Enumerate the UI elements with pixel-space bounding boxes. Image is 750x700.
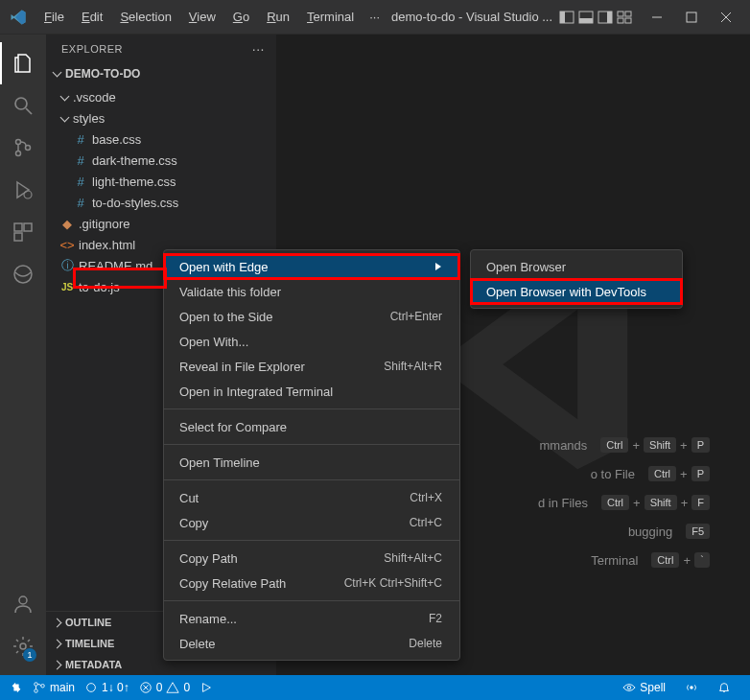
file-label: .gitignore: [79, 217, 129, 231]
ctx-item-label: Open Browser with DevTools: [486, 285, 646, 299]
menu-edit[interactable]: Edit: [74, 6, 110, 28]
broadcast-icon: [685, 681, 698, 694]
section-root[interactable]: DEMO-TO-DO: [46, 63, 276, 84]
file-dark-theme-css[interactable]: # dark-theme.css: [46, 150, 276, 171]
folder-styles[interactable]: styles: [46, 107, 276, 128]
menu-overflow[interactable]: ···: [363, 6, 386, 28]
svg-point-18: [26, 146, 31, 151]
activity-extensions[interactable]: [0, 211, 46, 253]
ctx-cut[interactable]: Cut Ctrl+X: [164, 485, 459, 510]
ctx-item-label: Delete: [179, 637, 216, 651]
layout-grid-icon[interactable]: [616, 9, 633, 26]
close-icon[interactable]: [717, 9, 735, 26]
maximize-icon[interactable]: [683, 9, 700, 26]
ctx-item-label: Reveal in File Explorer: [179, 360, 305, 374]
submenu-arrow-icon: [434, 262, 442, 271]
svg-line-15: [26, 108, 32, 114]
status-debug[interactable]: [199, 681, 213, 694]
activity-edge-tools[interactable]: [0, 253, 46, 295]
status-problems[interactable]: 0 0: [139, 681, 190, 694]
hint-label: bugging: [628, 525, 672, 539]
menu-selection[interactable]: Selection: [112, 6, 178, 28]
ctx-open-timeline[interactable]: Open Timeline: [164, 450, 459, 475]
status-sync[interactable]: 1↓ 0↑: [84, 681, 129, 694]
ctx-item-label: Open to the Side: [179, 310, 273, 324]
ctx-item-label: Open Browser: [486, 260, 566, 274]
ctx-item-label: Open With...: [179, 335, 248, 349]
status-notifications[interactable]: [717, 681, 731, 694]
activity-explorer[interactable]: [0, 42, 46, 84]
status-spell[interactable]: Spell: [622, 681, 666, 694]
ctx-shortcut: Ctrl+C: [410, 516, 442, 529]
activity-source-control[interactable]: [0, 127, 46, 169]
svg-point-32: [628, 686, 632, 689]
ctx-open-integrated-terminal[interactable]: Open in Integrated Terminal: [164, 379, 459, 404]
activity-accounts[interactable]: [0, 583, 46, 625]
panel-left-icon[interactable]: [558, 9, 575, 26]
file-todo-styles-css[interactable]: # to-do-styles.css: [46, 192, 276, 213]
file-base-css[interactable]: # base.css: [46, 128, 276, 150]
css-file-icon: #: [73, 175, 88, 189]
css-file-icon: #: [73, 132, 88, 147]
status-branch-label: main: [50, 681, 75, 694]
key: Ctrl: [651, 552, 679, 568]
key: Ctrl: [601, 495, 629, 510]
activity-settings[interactable]: 1: [0, 625, 46, 667]
context-menu: Open with Edge Validate this folder Open…: [163, 249, 460, 661]
ctx-item-label: Select for Compare: [179, 420, 287, 434]
status-feedback[interactable]: [685, 681, 698, 694]
ctx-item-label: Copy: [179, 516, 208, 530]
ctx-rename[interactable]: Rename... F2: [164, 606, 459, 631]
key: Ctrl: [600, 437, 628, 453]
menu-go[interactable]: Go: [225, 6, 257, 28]
panel-right-icon[interactable]: [597, 9, 614, 26]
ctx-item-label: Open Timeline: [179, 455, 260, 470]
file-gitignore[interactable]: ◆ .gitignore: [46, 213, 276, 234]
ctx-validate-folder[interactable]: Validate this folder: [164, 279, 459, 304]
ctx-item-label: Cut: [179, 491, 199, 505]
file-label: to-do-styles.css: [92, 196, 178, 210]
menu-run[interactable]: Run: [259, 6, 297, 28]
activity-run-debug[interactable]: [0, 169, 46, 211]
panel-bottom-icon[interactable]: [577, 9, 595, 26]
submenu-open-browser-devtools[interactable]: Open Browser with DevTools: [471, 279, 682, 304]
file-label: to-do.js: [79, 280, 120, 294]
ctx-open-with[interactable]: Open With...: [164, 329, 459, 354]
menu-view[interactable]: View: [181, 6, 223, 28]
submenu-open-browser[interactable]: Open Browser: [471, 254, 682, 279]
explorer-header: EXPLORER ···: [46, 35, 276, 63]
ctx-reveal-explorer[interactable]: Reveal in File Explorer Shift+Alt+R: [164, 354, 459, 379]
folder-label: .vscode: [73, 90, 116, 105]
status-remote[interactable]: [10, 681, 23, 694]
layout-buttons: [558, 9, 633, 26]
ctx-item-label: Validate this folder: [179, 285, 281, 299]
status-branch[interactable]: main: [33, 681, 75, 694]
ctx-shortcut: Ctrl+Enter: [390, 310, 442, 323]
minimize-icon[interactable]: [648, 9, 666, 26]
folder-vscode[interactable]: .vscode: [46, 86, 276, 107]
menu-file[interactable]: File: [36, 6, 72, 28]
ctx-select-for-compare[interactable]: Select for Compare: [164, 414, 459, 439]
svg-point-27: [35, 689, 38, 693]
status-spell-label: Spell: [640, 681, 666, 694]
activity-search[interactable]: [0, 84, 46, 127]
hint-label: mmands: [539, 438, 587, 453]
ctx-shortcut: Ctrl+X: [410, 491, 442, 504]
window-controls: [648, 9, 735, 26]
ctx-copy-path[interactable]: Copy Path Shift+Alt+C: [164, 546, 459, 571]
file-label: light-theme.css: [92, 175, 176, 189]
svg-point-24: [19, 596, 27, 604]
ctx-open-to-side[interactable]: Open to the Side Ctrl+Enter: [164, 304, 459, 329]
file-light-theme-css[interactable]: # light-theme.css: [46, 171, 276, 192]
section-label: OUTLINE: [65, 617, 111, 628]
svg-point-33: [690, 686, 693, 689]
ctx-open-with-edge[interactable]: Open with Edge: [164, 254, 459, 279]
ctx-copy[interactable]: Copy Ctrl+C: [164, 510, 459, 535]
explorer-more-icon[interactable]: ···: [252, 41, 265, 57]
ctx-copy-relative-path[interactable]: Copy Relative Path Ctrl+K Ctrl+Shift+C: [164, 571, 459, 595]
hint-row: Terminal Ctrl+ `: [538, 552, 712, 568]
menu-terminal[interactable]: Terminal: [299, 6, 362, 28]
status-errors: 0: [156, 681, 163, 694]
key: Shift: [644, 437, 676, 453]
ctx-delete[interactable]: Delete Delete: [164, 631, 459, 656]
